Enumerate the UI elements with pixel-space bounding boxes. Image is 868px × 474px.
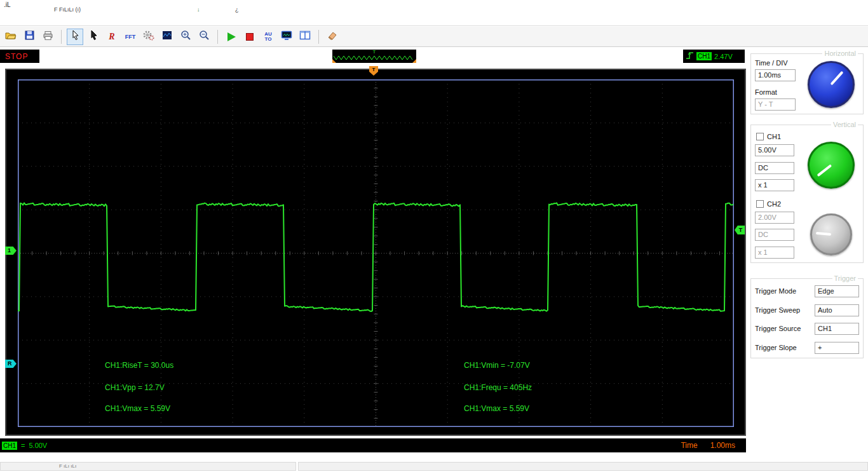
settings-button[interactable] [140,29,157,45]
trigger-slope-select[interactable]: + [815,342,859,354]
save-button[interactable] [21,29,37,45]
ch2-volts-select[interactable]: 2.00V [755,212,794,224]
run-button[interactable] [223,29,240,45]
menu-item-help[interactable]: ¿ [235,6,239,13]
knob-pointer [831,71,844,86]
zoom-in-button[interactable] [177,29,194,45]
trigger-level-value: 2.47V [714,53,733,60]
fft-button[interactable]: FFT [122,29,139,45]
open-button[interactable] [3,29,19,45]
zoom-in-icon [180,30,191,43]
horizontal-caption: Horizontal [822,50,858,57]
ch1-badge: CH1 [2,442,17,450]
r-icon: R [109,32,114,42]
display-mode-button[interactable] [159,29,175,45]
toolbar-separator [61,30,62,44]
ch1-enable-checkbox[interactable] [756,133,764,140]
printer-icon [43,30,53,43]
format-label: Format [755,88,777,96]
vertical-caption: Vertical [831,121,858,128]
scope-status-bar: CH1 = 5.00V Time 1.00ms [0,438,746,452]
trigger-source-select[interactable]: CH1 [815,323,859,335]
split-window-icon [299,30,311,43]
ch1-zero-marker[interactable]: 1 [5,247,17,255]
floppy-icon [24,30,35,43]
trigger-mode-select[interactable]: Edge [815,285,859,297]
measurement-vmin: CH1:Vmin = -7.07V [464,361,530,370]
ref-marker[interactable]: R [5,360,17,368]
menu-item-file[interactable]: F FıLıLı (ı) [54,6,81,13]
waveform-preview-pan[interactable]: T [332,50,416,63]
trigger-slope-label: Trigger Slope [755,344,797,351]
timebase-knob[interactable] [808,61,855,108]
monitor-icon [281,30,292,43]
fft-icon: FFT [125,34,136,40]
volts-per-div-readout: 5.00V [29,442,47,449]
auto-icon: AUTO [264,32,272,42]
horizontal-group: Horizontal Time / DIV 1.00ms Format Y - … [750,53,864,114]
trigger-channel-badge: CH1 [696,52,712,60]
record-button[interactable]: R [104,29,120,45]
play-icon [227,32,236,41]
zoom-out-button[interactable] [196,29,212,45]
right-pane-scrollbar[interactable] [298,462,868,471]
measurement-vmax-right: CH1:Vmax = 5.59V [464,404,529,413]
preview-trigger-marker: T [332,49,416,55]
trigger-readout: CH1 2.47V [683,50,745,63]
ch1-scale-knob[interactable] [808,142,855,189]
cursor-measure-button[interactable] [85,29,102,45]
scope-display: T 1 R T CH1:RiseT = 30.0us CH1:Vpp = 12.… [5,69,746,436]
measurement-riset: CH1:RiseT = 30.0us [105,361,173,370]
waveform-display-icon [161,30,173,43]
auto-setup-button[interactable]: AUTO [260,29,276,45]
acquisition-status: STOP [0,50,39,63]
trigger-level-marker[interactable]: T [735,226,745,234]
time-label: Time [681,441,697,450]
footer-text: F ıLı ıLı [59,463,76,469]
trigger-sweep-select[interactable]: Auto [815,304,859,316]
zoom-out-icon [199,30,210,43]
preview-right-tick-icon [412,59,416,63]
gear-icon [143,30,154,43]
knob-pointer [817,164,832,177]
trigger-mode-label: Trigger Mode [755,287,796,295]
stop-button[interactable] [241,29,258,45]
ch1-volts-select[interactable]: 5.00V [755,144,794,156]
print-button[interactable] [39,29,56,45]
toolbar-separator [217,30,218,44]
time-per-div-readout: 1.00ms [710,441,735,450]
vertical-group: Vertical CH1 5.00V DC x 1 CH2 2.00V DC x… [750,125,864,263]
ch2-label: CH2 [767,200,781,208]
screen-view-button[interactable] [278,29,295,45]
trigger-source-label: Trigger Source [755,325,801,332]
trigger-caption: Trigger [832,274,858,282]
trigger-group: Trigger Trigger Mode Edge Trigger Sweep … [750,278,864,358]
left-pane-scrollbar[interactable]: F ıLı ıLı [0,462,296,471]
ch2-coupling-select[interactable]: DC [755,229,794,241]
trigger-sweep-label: Trigger Sweep [755,306,800,314]
ch2-scale-knob[interactable] [810,213,852,255]
ch2-probe-select[interactable]: x 1 [755,247,794,259]
edge-trigger-icon [686,50,694,63]
menu-divider [0,25,868,26]
ch1-coupling-select[interactable]: DC [755,162,794,174]
split-view-button[interactable] [297,29,313,45]
toolbar: R FFT AUTO [0,27,868,47]
scope-graticule [18,79,734,427]
format-select[interactable]: Y - T [755,98,796,111]
trigger-position-marker[interactable]: T [369,66,378,76]
cursor-select-button[interactable] [67,29,83,45]
erase-button[interactable] [324,29,341,45]
cursor-icon [70,30,81,43]
time-div-select[interactable]: 1.00ms [755,69,796,81]
cursor-black-icon [88,30,99,43]
ch1-probe-select[interactable]: x 1 [755,179,794,191]
ch2-enable-checkbox[interactable] [756,200,764,208]
time-div-label: Time / DIV [755,59,788,67]
eraser-icon [327,30,338,43]
measurement-vmax-left: CH1:Vmax = 5.59V [105,404,170,413]
stop-icon [246,33,254,41]
menu-bar: F FıLıLı (ı) ↓ ¿ [0,5,868,15]
knob-pointer [816,232,831,236]
menu-item-arrow[interactable]: ↓ [197,6,200,13]
